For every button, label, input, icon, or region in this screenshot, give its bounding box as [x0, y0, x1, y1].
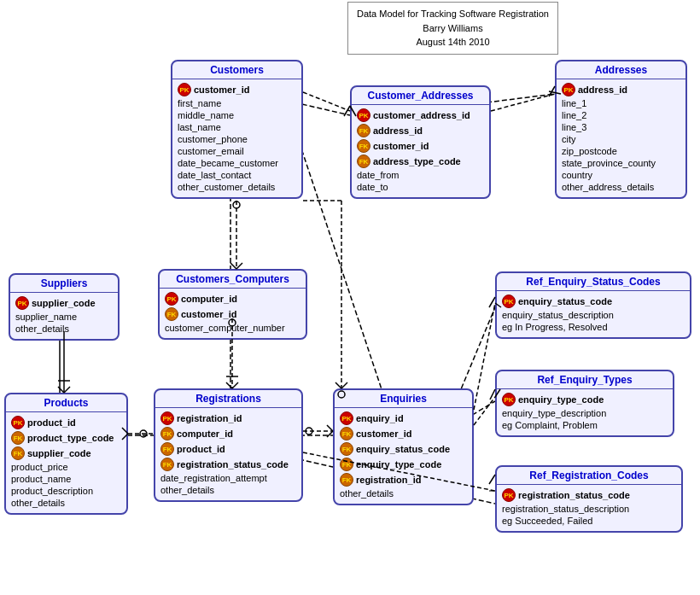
field-other-customer-details: other_customer_details — [178, 182, 275, 192]
field-p-supplier-code: supplier_code — [27, 448, 91, 458]
addresses-fields: PKaddress_id line_1 line_2 line_3 city z… — [557, 79, 685, 197]
field-last-name: last_name — [178, 122, 221, 132]
pk-icon: PK — [11, 416, 25, 429]
field-supplier-other: other_details — [15, 324, 69, 334]
svg-point-34 — [140, 430, 147, 437]
pk-icon: PK — [178, 83, 191, 96]
pk-icon: PK — [15, 296, 29, 310]
ref-enquiry-status-fields: PKenquiry_status_code enquiry_status_des… — [497, 291, 690, 337]
field-enq-reg-id: registration_id — [356, 475, 421, 485]
customer-addresses-fields: PKcustomer_address_id FKaddress_id FKcus… — [352, 105, 489, 197]
svg-line-16 — [549, 86, 555, 96]
fk-icon: FK — [11, 431, 25, 445]
field-enq-status-desc: enquiry_status_description — [502, 310, 614, 320]
entity-products: Products PKproduct_id FKproduct_type_cod… — [4, 393, 128, 515]
field-enq-status-code: enquiry_status_code — [518, 296, 612, 306]
field-product-id: product_id — [27, 417, 76, 428]
title-line3: August 14th 2010 — [357, 35, 549, 50]
svg-line-1 — [487, 94, 555, 102]
field-customer-phone: customer_phone — [178, 134, 248, 144]
enquiries-fields: PKenquiry_id FKcustomer_id FKenquiry_sta… — [335, 408, 472, 504]
entity-customers-computers: Customers_Computers PKcomputer_id FKcust… — [158, 269, 307, 340]
field-enq-status-eg: eg In Progress, Resolved — [502, 322, 608, 332]
field-ca-id: customer_address_id — [373, 110, 470, 120]
field-state: state_province_county — [562, 158, 656, 168]
field-date-to: date_to — [357, 182, 388, 192]
fk-icon: FK — [160, 427, 174, 440]
svg-line-20 — [236, 263, 242, 269]
ref-registration-codes-title: Ref_Registration_Codes — [497, 467, 681, 485]
title-line1: Data Model for Tracking Software Registr… — [357, 7, 549, 21]
enquiries-title: Enquiries — [335, 390, 472, 408]
field-date-became: date_became_customer — [178, 158, 278, 168]
field-customer-id: customer_id — [194, 85, 249, 95]
customers-title: Customers — [172, 61, 301, 79]
field-enq-other: other_details — [340, 488, 394, 499]
field-address-type-code: address_type_code — [373, 156, 461, 166]
field-line2: line_2 — [562, 110, 586, 120]
field-product-desc: product_description — [11, 486, 93, 496]
field-other-addr: other_address_details — [562, 182, 654, 192]
svg-line-50 — [335, 382, 341, 388]
fk-icon: FK — [340, 473, 353, 487]
products-fields: PKproduct_id FKproduct_type_code FKsuppl… — [6, 412, 126, 513]
field-reg-computer-id: computer_id — [177, 429, 233, 439]
field-product-type-code: product_type_code — [27, 433, 114, 443]
field-computer-number: customer_computer_number — [165, 323, 285, 333]
field-product-name: product_name — [11, 474, 71, 484]
field-zip: zip_postcode — [562, 146, 617, 156]
entity-customer-addresses: Customer_Addresses PKcustomer_address_id… — [350, 85, 491, 199]
entity-suppliers: Suppliers PKsupplier_code supplier_name … — [9, 273, 120, 341]
field-reg-status-eg: eg Succeeded, Failed — [502, 516, 592, 526]
entity-ref-enquiry-types: Ref_Enquiry_Types PKenquiry_type_code en… — [495, 370, 674, 437]
field-line3: line_3 — [562, 122, 586, 132]
entity-registrations: Registrations PKregistration_id FKcomput… — [154, 388, 303, 502]
field-product-price: product_price — [11, 462, 68, 472]
svg-line-46 — [489, 475, 495, 484]
fk-icon: FK — [165, 307, 178, 321]
title-line2: Barry Williams — [357, 21, 549, 36]
svg-line-40 — [489, 297, 495, 307]
ref-enquiry-status-title: Ref_Enquiry_Status_Codes — [497, 273, 690, 291]
pk-icon: PK — [357, 108, 370, 122]
customers-computers-fields: PKcomputer_id FKcustomer_id customer_com… — [160, 289, 306, 338]
field-reg-status-code: registration_status_code — [518, 490, 630, 500]
entity-ref-enquiry-status: Ref_Enquiry_Status_Codes PKenquiry_statu… — [495, 271, 691, 339]
field-date-from: date_from — [357, 170, 400, 180]
field-addr-id: address_id — [578, 85, 627, 95]
svg-line-19 — [230, 263, 236, 269]
field-date-last-contact: date_last_contact — [178, 170, 251, 180]
fk-icon: FK — [340, 442, 353, 456]
fk-icon: FK — [357, 139, 370, 153]
entity-ref-registration-codes: Ref_Registration_Codes PKregistration_st… — [495, 465, 683, 533]
field-cc-customer-id: customer_id — [181, 309, 236, 319]
field-enq-id: enquiry_id — [356, 413, 404, 423]
customer-addresses-title: Customer_Addresses — [352, 87, 489, 105]
field-supplier-code: supplier_code — [32, 298, 96, 308]
fk-icon: FK — [357, 124, 370, 137]
title-box: Data Model for Tracking Software Registr… — [347, 2, 558, 55]
pk-icon: PK — [562, 83, 575, 96]
svg-line-23 — [58, 387, 64, 393]
field-reg-id: registration_id — [177, 413, 242, 423]
field-enq-type-code: enquiry_type_code — [518, 394, 604, 405]
field-line1: line_1 — [562, 98, 586, 108]
field-customer-id: customer_id — [373, 141, 429, 151]
fk-icon: FK — [340, 458, 353, 471]
pk-icon: PK — [160, 411, 174, 425]
field-country: country — [562, 170, 592, 180]
suppliers-fields: PKsupplier_code supplier_name other_deta… — [10, 293, 118, 339]
field-city: city — [562, 134, 576, 144]
svg-point-21 — [233, 201, 240, 208]
field-reg-other: other_details — [160, 485, 214, 495]
ref-registration-codes-fields: PKregistration_status_code registration_… — [497, 485, 681, 531]
svg-line-29 — [232, 382, 238, 388]
field-p-other: other_details — [11, 498, 65, 508]
svg-line-39 — [474, 303, 495, 410]
registrations-fields: PKregistration_id FKcomputer_id FKproduc… — [155, 408, 301, 500]
fk-icon: FK — [357, 155, 370, 168]
svg-line-42 — [474, 397, 495, 425]
addresses-title: Addresses — [557, 61, 685, 79]
pk-icon: PK — [340, 411, 353, 425]
field-customer-email: customer_email — [178, 146, 244, 156]
